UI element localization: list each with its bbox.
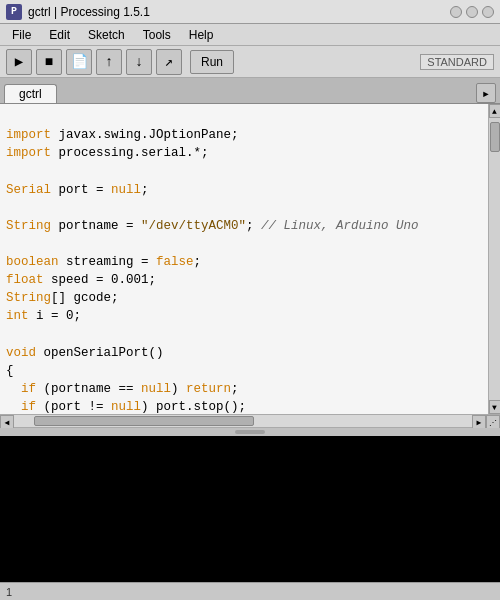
main-layout: gctrl ▸ import javax.swing.JOptionPane; …: [0, 78, 500, 600]
title-bar: P gctrl | Processing 1.5.1: [0, 0, 500, 24]
resize-grip-row[interactable]: [0, 428, 500, 436]
scroll-left-button[interactable]: ◀: [0, 415, 14, 429]
menu-help[interactable]: Help: [181, 27, 222, 43]
open-button[interactable]: ↑: [96, 49, 122, 75]
editor-container: import javax.swing.JOptionPane; import p…: [0, 104, 500, 414]
stop-button[interactable]: ■: [36, 49, 62, 75]
add-tab-button[interactable]: ▸: [476, 83, 496, 103]
minimize-button[interactable]: [450, 6, 462, 18]
menu-tools[interactable]: Tools: [135, 27, 179, 43]
title-bar-text: gctrl | Processing 1.5.1: [28, 5, 444, 19]
tab-gctrl[interactable]: gctrl: [4, 84, 57, 103]
scrollbar-resize-corner: ⋰: [486, 415, 500, 429]
close-button[interactable]: [482, 6, 494, 18]
maximize-button[interactable]: [466, 6, 478, 18]
scroll-right-button[interactable]: ▶: [472, 415, 486, 429]
scroll-down-button[interactable]: ▼: [489, 400, 501, 414]
save-button[interactable]: ↓: [126, 49, 152, 75]
scroll-thumb-horizontal[interactable]: [34, 416, 254, 426]
standard-badge: STANDARD: [420, 54, 494, 70]
scroll-thumb-vertical[interactable]: [490, 122, 500, 152]
tab-bar: gctrl ▸: [0, 78, 500, 104]
app-icon: P: [6, 4, 22, 20]
code-editor[interactable]: import javax.swing.JOptionPane; import p…: [0, 104, 488, 414]
resize-grip[interactable]: [235, 430, 265, 434]
run-button[interactable]: Run: [190, 50, 234, 74]
menu-edit[interactable]: Edit: [41, 27, 78, 43]
new-button[interactable]: 📄: [66, 49, 92, 75]
export-button[interactable]: ↗: [156, 49, 182, 75]
status-bar: 1: [0, 582, 500, 600]
window-controls: [450, 6, 494, 18]
menu-file[interactable]: File: [4, 27, 39, 43]
h-scroll-track[interactable]: [14, 415, 472, 427]
menu-bar: File Edit Sketch Tools Help: [0, 24, 500, 46]
console-area: [0, 436, 500, 582]
horizontal-scrollbar[interactable]: ◀ ▶ ⋰: [0, 414, 500, 428]
line-number: 1: [6, 586, 12, 598]
vertical-scrollbar[interactable]: ▲ ▼: [488, 104, 500, 414]
scroll-up-button[interactable]: ▲: [489, 104, 501, 118]
menu-sketch[interactable]: Sketch: [80, 27, 133, 43]
toolbar: ▶ ■ 📄 ↑ ↓ ↗ Run STANDARD: [0, 46, 500, 78]
play-button[interactable]: ▶: [6, 49, 32, 75]
